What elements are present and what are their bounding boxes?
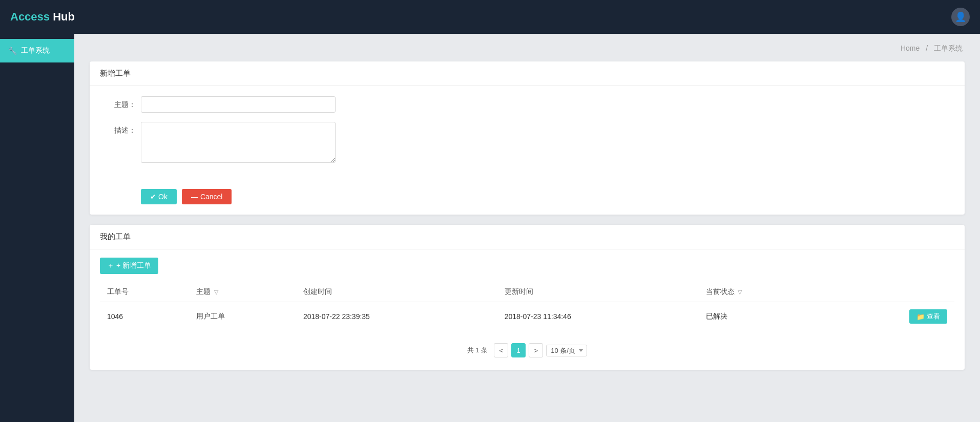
plus-icon: ＋ (107, 261, 114, 270)
new-ticket-form-body: 主题： 描述： (90, 86, 965, 184)
check-icon: ✔ (150, 193, 156, 201)
status-filter-icon[interactable]: ▽ (738, 289, 742, 295)
minus-icon: — (191, 193, 198, 201)
cancel-button[interactable]: — Cancel (182, 189, 232, 204)
cell-action: 📁 查看 (824, 302, 954, 331)
col-created: 创建时间 (296, 282, 497, 302)
cell-updated: 2018-07-23 11:34:46 (497, 302, 699, 331)
col-created-label: 创建时间 (303, 287, 332, 296)
sidebar: 🔧 工单系统 (0, 34, 74, 422)
col-status: 当前状态 ▽ (699, 282, 825, 302)
subject-row: 主题： (100, 96, 954, 113)
app-title: Access Hub (10, 10, 75, 24)
subject-filter-icon[interactable]: ▽ (214, 289, 218, 295)
col-status-label: 当前状态 (706, 287, 735, 296)
my-tickets-title: 我的工单 (100, 232, 131, 241)
description-row: 描述： (100, 122, 954, 164)
subject-label: 主题： (100, 96, 141, 113)
table-head: 工单号 主题 ▽ 创建时间 更新时间 (100, 282, 954, 302)
table-body: 1046 用户工单 2018-07-22 23:39:35 2018-07-23… (100, 302, 954, 331)
table-row: 1046 用户工单 2018-07-22 23:39:35 2018-07-23… (100, 302, 954, 331)
pagination-page-1[interactable]: 1 (511, 343, 526, 357)
cell-id: 1046 (100, 302, 189, 331)
cell-status: 已解决 (699, 302, 825, 331)
col-subject-label: 主题 (196, 287, 211, 296)
add-ticket-label: + 新增工单 (116, 261, 151, 270)
page-1-label: 1 (517, 347, 520, 354)
breadcrumb-home[interactable]: Home (901, 44, 920, 52)
pagination-prev[interactable]: < (494, 343, 508, 357)
app-header: Access Hub 👤 (0, 0, 980, 34)
pagination: 共 1 条 < 1 > 10 条/页 20 条/页 50 条/页 (100, 339, 954, 362)
prev-icon: < (499, 347, 503, 354)
main-content: Home / 工单系统 新增工单 主题： 描述： (74, 34, 980, 422)
title-hub: Hub (50, 10, 75, 23)
col-action (824, 282, 954, 302)
ticket-id: 1046 (107, 312, 123, 321)
col-id: 工单号 (100, 282, 189, 302)
breadcrumb-separator: / (926, 44, 928, 52)
cell-subject: 用户工单 (189, 302, 296, 331)
pagination-total: 共 1 条 (467, 346, 488, 355)
pagination-next[interactable]: > (529, 343, 543, 357)
subject-input-wrapper (141, 96, 336, 113)
ticket-status: 已解决 (706, 312, 727, 320)
cell-created: 2018-07-22 23:39:35 (296, 302, 497, 331)
col-subject: 主题 ▽ (189, 282, 296, 302)
wrench-icon: 🔧 (8, 47, 17, 55)
my-tickets-card: 我的工单 ＋ + 新增工单 工单号 主题 (90, 225, 965, 370)
tickets-table: 工单号 主题 ▽ 创建时间 更新时间 (100, 282, 954, 331)
cancel-label: Cancel (200, 193, 223, 201)
description-textarea[interactable] (141, 122, 336, 163)
my-tickets-body: ＋ + 新增工单 工单号 主题 ▽ (90, 249, 965, 370)
title-access: Access (10, 10, 50, 23)
view-label: 查看 (927, 312, 940, 321)
new-ticket-card-header: 新增工单 (90, 61, 965, 86)
subject-input[interactable] (141, 96, 336, 113)
ok-label: Ok (158, 193, 168, 201)
description-input-wrapper (141, 122, 336, 164)
breadcrumb-current: 工单系统 (934, 44, 963, 52)
user-avatar[interactable]: 👤 (951, 8, 970, 26)
col-updated: 更新时间 (497, 282, 699, 302)
view-button[interactable]: 📁 查看 (909, 309, 947, 324)
add-ticket-button[interactable]: ＋ + 新增工单 (100, 258, 158, 274)
sidebar-item-ticket-system[interactable]: 🔧 工单系统 (0, 39, 74, 62)
user-icon: 👤 (955, 11, 966, 23)
new-ticket-title: 新增工单 (100, 69, 131, 77)
my-tickets-header: 我的工单 (90, 225, 965, 249)
folder-icon: 📁 (916, 313, 925, 321)
ticket-created-at: 2018-07-22 23:39:35 (303, 312, 370, 321)
col-id-label: 工单号 (107, 287, 129, 296)
new-ticket-card: 新增工单 主题： 描述： ✔ Ok (90, 61, 965, 215)
per-page-select[interactable]: 10 条/页 20 条/页 50 条/页 (546, 345, 587, 356)
sidebar-item-label: 工单系统 (21, 46, 50, 55)
col-updated-label: 更新时间 (505, 287, 533, 296)
form-actions: ✔ Ok — Cancel (90, 184, 965, 215)
breadcrumb: Home / 工单系统 (90, 44, 965, 53)
main-layout: 🔧 工单系统 Home / 工单系统 新增工单 主题： (0, 34, 980, 422)
ticket-updated-at: 2018-07-23 11:34:46 (505, 312, 571, 321)
ok-button[interactable]: ✔ Ok (141, 189, 177, 204)
table-header-row: 工单号 主题 ▽ 创建时间 更新时间 (100, 282, 954, 302)
next-icon: > (534, 347, 538, 354)
description-label: 描述： (100, 122, 141, 138)
ticket-subject: 用户工单 (196, 312, 225, 320)
